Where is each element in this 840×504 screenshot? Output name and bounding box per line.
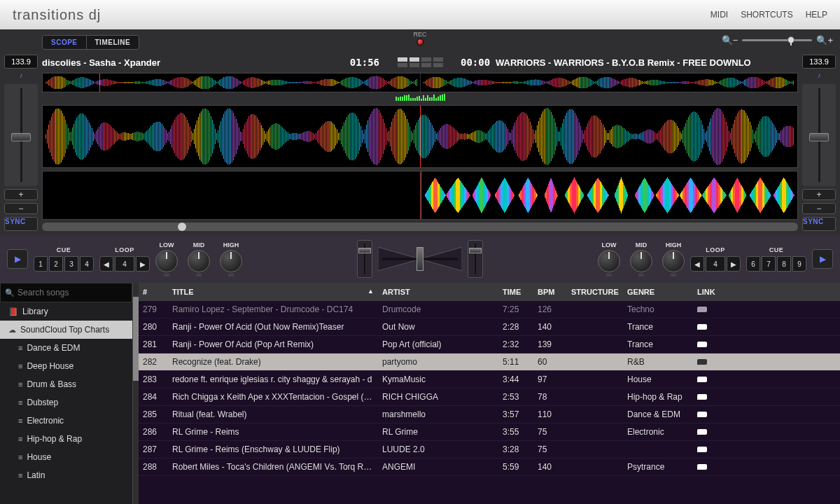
deck-b-sidebar: 133.9 ♪ + − SYNC <box>802 55 836 231</box>
zoom-control: 🔍− 🔍+ <box>722 35 833 46</box>
soundcloud-icon[interactable] <box>697 342 707 347</box>
table-row[interactable]: 286RL Grime - ReimsRL Grime3:5575Electro… <box>139 424 840 441</box>
cue-1[interactable]: 1 <box>34 256 48 272</box>
deck-a-track-title: discolies - Sasha - Xpander <box>42 57 344 68</box>
eq-mid-knob[interactable] <box>630 250 652 272</box>
deck-a-sync-button[interactable]: SYNC <box>4 217 38 231</box>
col-artist[interactable]: ARTIST <box>378 288 498 296</box>
table-row[interactable]: 287RL Grime - Reims (Enschway & LUUDE Fl… <box>139 441 840 458</box>
key-icon[interactable]: ♪ <box>4 71 38 81</box>
soundcloud-icon[interactable] <box>697 394 707 400</box>
zoom-in-icon[interactable]: 🔍+ <box>816 35 833 46</box>
sidebar-genre-item[interactable]: ≡Dance & EDM <box>0 339 132 357</box>
loop-prev[interactable]: ◀ <box>690 256 704 272</box>
zoom-out-icon[interactable]: 🔍− <box>722 35 738 46</box>
timeline-tab[interactable]: TIMELINE <box>87 35 140 50</box>
loop-size[interactable]: 4 <box>706 256 725 272</box>
cue-8[interactable]: 8 <box>777 256 791 272</box>
menu-shortcuts[interactable]: SHORTCUTS <box>741 10 792 20</box>
loop-next[interactable]: ▶ <box>136 256 150 272</box>
soundcloud-icon[interactable] <box>697 412 707 417</box>
loop-next[interactable]: ▶ <box>727 256 741 272</box>
deck-a-tempo-plus[interactable]: + <box>4 189 38 200</box>
loop-prev[interactable]: ◀ <box>99 256 113 272</box>
waveform-scrollbar[interactable] <box>42 223 798 231</box>
menu-midi[interactable]: MIDI <box>710 10 728 20</box>
eq-low-knob[interactable] <box>155 250 178 272</box>
soundcloud-icon[interactable] <box>697 429 707 435</box>
cue-waveform[interactable] <box>42 171 798 220</box>
menu-help[interactable]: HELP <box>806 10 827 20</box>
soundcloud-icon[interactable] <box>697 307 707 312</box>
deck-b-sync-button[interactable]: SYNC <box>802 217 836 231</box>
sidebar-scrollbar[interactable] <box>133 283 139 504</box>
deck-b-tempo-plus[interactable]: + <box>802 189 836 200</box>
table-row[interactable]: 281Ranji - Power Of Acid (Pop Art Remix)… <box>139 336 840 354</box>
sidebar-soundcloud[interactable]: ☁SoundCloud Top Charts <box>0 321 132 339</box>
cue-3[interactable]: 3 <box>64 256 78 272</box>
col-structure[interactable]: STRUCTURE <box>567 288 623 296</box>
playlist-icon: ≡ <box>18 398 22 407</box>
zoom-slider[interactable] <box>742 39 812 41</box>
eq-mid-knob[interactable] <box>188 250 210 272</box>
deck-b-tempo-slider[interactable] <box>802 84 836 186</box>
deck-b-tempo-minus[interactable]: − <box>802 203 836 214</box>
cue-6[interactable]: 6 <box>746 256 760 272</box>
sidebar-genre-item[interactable]: ≡Hip-hop & Rap <box>0 430 132 448</box>
record-icon <box>416 38 424 46</box>
cue-9[interactable]: 9 <box>792 256 806 272</box>
library-icon: 📕 <box>8 307 18 316</box>
search-box[interactable]: 🔍 <box>0 283 132 302</box>
col-genre[interactable]: GENRE <box>623 288 693 296</box>
sidebar-genre-item[interactable]: ≡House <box>0 448 132 466</box>
deck-a-volume[interactable] <box>357 240 372 278</box>
deck-b-bpm[interactable]: 133.9 <box>802 55 836 69</box>
table-row[interactable]: 284Rich Chigga x Keith Ape x XXXTentacio… <box>139 388 840 406</box>
key-icon[interactable]: ♪ <box>802 71 836 81</box>
deck-a-play-button[interactable]: ▶ <box>7 249 28 269</box>
table-row[interactable]: 280Ranji - Power Of Acid (Out Now Remix)… <box>139 318 840 336</box>
deck-a-bpm[interactable]: 133.9 <box>4 55 38 69</box>
deck-a-tempo-slider[interactable] <box>4 84 38 186</box>
cue-2[interactable]: 2 <box>49 256 63 272</box>
deck-b-volume[interactable] <box>468 240 483 278</box>
sidebar-genre-item[interactable]: ≡Drum & Bass <box>0 375 132 393</box>
soundcloud-icon[interactable] <box>697 447 707 452</box>
table-row[interactable]: 288Robert Miles - Toca's Children (ANGEM… <box>139 458 840 476</box>
deck-area: SCOPE TIMELINE REC 🔍− 🔍+ 133.9 ♪ + − SYN… <box>0 29 840 235</box>
cue-4[interactable]: 4 <box>80 256 94 272</box>
deck-a-tempo-minus[interactable]: − <box>4 203 38 214</box>
col-link[interactable]: LINK <box>693 288 728 296</box>
eq-high-knob[interactable] <box>220 250 242 272</box>
eq-high-knob[interactable] <box>662 250 685 272</box>
col-num[interactable]: # <box>139 288 168 296</box>
soundcloud-icon[interactable] <box>697 377 707 382</box>
sidebar-genre-item[interactable]: ≡Deep House <box>0 357 132 375</box>
deck-b-play-button[interactable]: ▶ <box>812 249 833 269</box>
sidebar-genre-item[interactable]: ≡Electronic <box>0 412 132 430</box>
search-input[interactable] <box>18 288 127 298</box>
eq-low-knob[interactable] <box>598 250 620 272</box>
table-row[interactable]: 283redone ft. enrique iglesias r. city s… <box>139 371 840 388</box>
soundcloud-icon[interactable] <box>697 359 707 365</box>
soundcloud-icon[interactable] <box>697 464 707 470</box>
col-title[interactable]: TITLE▲ <box>168 288 378 296</box>
table-row[interactable]: 285Ritual (feat. Wrabel)marshmello3:5711… <box>139 406 840 424</box>
sidebar-genre-item[interactable]: ≡Dubstep <box>0 393 132 412</box>
loop-size[interactable]: 4 <box>115 256 134 272</box>
title-bar: transitions dj MIDI SHORTCUTS HELP <box>0 0 840 29</box>
table-row[interactable]: 282Recognize (feat. Drake)partyomo5:1160… <box>139 354 840 371</box>
scope-tab[interactable]: SCOPE <box>42 35 87 50</box>
overview-waveform[interactable] <box>42 73 798 92</box>
col-bpm[interactable]: BPM <box>533 288 567 296</box>
crossfader[interactable] <box>378 240 462 278</box>
sidebar-library[interactable]: 📕Library <box>0 302 132 321</box>
table-row[interactable]: 279Ramiro Lopez - September - Drumcode -… <box>139 301 840 318</box>
cue-7[interactable]: 7 <box>762 256 776 272</box>
col-time[interactable]: TIME <box>498 288 533 296</box>
main-waveform[interactable] <box>42 105 798 168</box>
library-browser: 🔍 📕Library ☁SoundCloud Top Charts ≡Dance… <box>0 283 840 504</box>
soundcloud-icon[interactable] <box>697 324 707 330</box>
sidebar-genre-item[interactable]: ≡Latin <box>0 466 132 484</box>
record-indicator[interactable]: REC <box>413 31 426 46</box>
